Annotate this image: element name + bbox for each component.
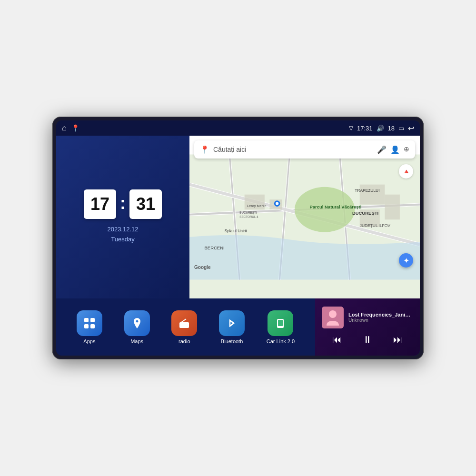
svg-text:BUCUREȘTI: BUCUREȘTI bbox=[239, 211, 257, 215]
svg-point-33 bbox=[183, 324, 186, 327]
back-icon[interactable]: ↩ bbox=[408, 124, 414, 133]
status-right: ▽ 17:31 🔊 18 ▭ ↩ bbox=[349, 124, 414, 133]
music-album-art bbox=[322, 307, 344, 328]
radio-icon bbox=[171, 310, 197, 336]
clock-display: 17 : 31 bbox=[84, 189, 162, 219]
google-logo: Google bbox=[194, 265, 210, 270]
map-search-text[interactable]: Căutați aici bbox=[213, 146, 373, 153]
map-panel[interactable]: Parcul Natural Văcărești TRAPEZULUI BUCU… bbox=[189, 136, 420, 298]
music-top: Lost Frequencies_Janieck Devy-... Unknow… bbox=[322, 307, 413, 328]
status-bar: ⌂ 📍 ▽ 17:31 🔊 18 ▭ ↩ bbox=[56, 120, 420, 136]
svg-point-11 bbox=[295, 187, 355, 232]
music-controls: ⏮ ⏸ ⏭ bbox=[322, 331, 413, 348]
apps-label: Apps bbox=[83, 338, 95, 344]
account-icon[interactable]: 👤 bbox=[390, 145, 400, 154]
mic-icon[interactable]: 🎤 bbox=[377, 145, 387, 154]
map-search-bar[interactable]: 📍 Căutați aici 🎤 👤 ⊕ bbox=[194, 140, 415, 159]
svg-text:Splaiul Unirii: Splaiul Unirii bbox=[225, 228, 247, 233]
clock-date-line1: 2023.12.12 bbox=[107, 225, 138, 235]
svg-rect-36 bbox=[278, 320, 283, 326]
svg-point-34 bbox=[188, 324, 189, 325]
app-icon-carlink[interactable]: Car Link 2.0 bbox=[267, 310, 295, 344]
svg-rect-16 bbox=[385, 195, 400, 220]
volume-icon: 🔊 bbox=[377, 125, 384, 132]
google-maps-pin-icon: 📍 bbox=[200, 145, 209, 154]
carlink-icon bbox=[268, 310, 293, 336]
clock-panel: 17 : 31 2023.12.12 Tuesday bbox=[56, 136, 189, 298]
clock-date: 2023.12.12 Tuesday bbox=[107, 225, 138, 245]
music-prev-button[interactable]: ⏮ bbox=[328, 333, 346, 346]
svg-rect-14 bbox=[360, 185, 385, 205]
svg-rect-29 bbox=[90, 318, 95, 322]
layers-icon[interactable]: ⊕ bbox=[404, 145, 409, 154]
svg-text:SECTORUL 4: SECTORUL 4 bbox=[239, 215, 258, 218]
svg-rect-28 bbox=[84, 318, 89, 322]
bottom-section: Apps Maps bbox=[56, 298, 420, 356]
svg-point-39 bbox=[329, 310, 337, 318]
svg-rect-31 bbox=[90, 324, 95, 328]
main-content: 17 : 31 2023.12.12 Tuesday bbox=[56, 136, 420, 356]
map-background: Parcul Natural Văcărești TRAPEZULUI BUCU… bbox=[189, 136, 420, 298]
music-title: Lost Frequencies_Janieck Devy-... bbox=[348, 312, 413, 317]
svg-point-37 bbox=[280, 326, 281, 327]
top-section: 17 : 31 2023.12.12 Tuesday bbox=[56, 136, 420, 298]
battery-icon: ▭ bbox=[398, 125, 404, 132]
clock-date-line2: Tuesday bbox=[107, 235, 138, 245]
bluetooth-icon bbox=[219, 310, 245, 336]
app-icon-apps[interactable]: Apps bbox=[77, 310, 102, 344]
bluetooth-label: Bluetooth bbox=[221, 338, 243, 344]
app-icon-maps[interactable]: Maps bbox=[124, 310, 150, 344]
volume-level: 18 bbox=[388, 125, 395, 132]
svg-text:TRAPEZULUI: TRAPEZULUI bbox=[355, 188, 379, 193]
map-location-button[interactable]: ✦ bbox=[399, 253, 413, 268]
app-icons-panel: Apps Maps bbox=[56, 298, 315, 356]
maps-icon bbox=[124, 310, 150, 336]
status-time: 17:31 bbox=[357, 125, 373, 132]
home-icon[interactable]: ⌂ bbox=[62, 124, 67, 132]
radio-label: radio bbox=[178, 338, 190, 344]
app-icon-radio[interactable]: radio bbox=[171, 310, 197, 344]
svg-text:Leroy Merlin: Leroy Merlin bbox=[247, 204, 267, 208]
carlink-label: Car Link 2.0 bbox=[267, 338, 295, 344]
device-shell: ⌂ 📍 ▽ 17:31 🔊 18 ▭ ↩ 17 : 31 bbox=[52, 117, 424, 359]
clock-minutes: 31 bbox=[129, 189, 162, 219]
svg-text:BUCUREȘTI: BUCUREȘTI bbox=[352, 210, 378, 216]
music-panel: Lost Frequencies_Janieck Devy-... Unknow… bbox=[315, 298, 420, 356]
clock-colon: : bbox=[120, 193, 126, 213]
map-search-icons: 🎤 👤 ⊕ bbox=[377, 145, 409, 154]
app-icon-bluetooth[interactable]: Bluetooth bbox=[219, 310, 245, 344]
music-artist: Unknown bbox=[348, 317, 413, 323]
status-left: ⌂ 📍 bbox=[62, 124, 79, 132]
signal-icon: ▽ bbox=[349, 125, 353, 131]
apps-icon bbox=[77, 310, 102, 336]
clock-hours: 17 bbox=[84, 189, 116, 219]
svg-text:BERCENI: BERCENI bbox=[205, 245, 225, 250]
screen: ⌂ 📍 ▽ 17:31 🔊 18 ▭ ↩ 17 : 31 bbox=[56, 120, 420, 356]
music-info: Lost Frequencies_Janieck Devy-... Unknow… bbox=[348, 312, 413, 323]
svg-rect-30 bbox=[84, 324, 89, 328]
svg-text:Parcul Natural Văcărești: Parcul Natural Văcărești bbox=[310, 204, 362, 209]
map-compass[interactable]: 🔺 bbox=[399, 164, 413, 178]
music-play-pause-button[interactable]: ⏸ bbox=[359, 333, 376, 346]
svg-text:JUDEȚUL ILFOV: JUDEȚUL ILFOV bbox=[360, 223, 391, 228]
maps-status-icon[interactable]: 📍 bbox=[71, 124, 79, 132]
svg-point-27 bbox=[276, 202, 278, 205]
music-next-button[interactable]: ⏭ bbox=[389, 333, 407, 346]
maps-label: Maps bbox=[130, 338, 143, 344]
